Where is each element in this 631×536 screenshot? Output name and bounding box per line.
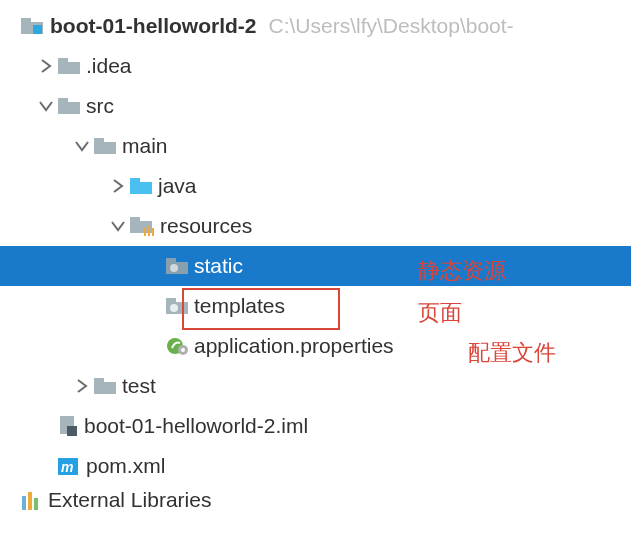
folder-icon bbox=[94, 377, 116, 395]
tree-row-root[interactable]: boot-01-helloworld-2 C:\Users\lfy\Deskto… bbox=[0, 6, 631, 46]
tree-row-static[interactable]: static bbox=[0, 246, 631, 286]
svg-rect-4 bbox=[58, 58, 68, 64]
project-tree[interactable]: boot-01-helloworld-2 C:\Users\lfy\Deskto… bbox=[0, 0, 631, 514]
tree-row-java[interactable]: java bbox=[0, 166, 631, 206]
node-label-resources: resources bbox=[158, 214, 252, 238]
tree-row-resources[interactable]: resources bbox=[0, 206, 631, 246]
chevron-right-icon[interactable] bbox=[72, 379, 92, 393]
tree-row-test[interactable]: test bbox=[0, 366, 631, 406]
chevron-down-icon[interactable] bbox=[108, 220, 128, 232]
folder-icon bbox=[58, 57, 80, 75]
svg-point-24 bbox=[181, 348, 185, 352]
svg-point-21 bbox=[170, 304, 178, 312]
svg-rect-6 bbox=[58, 98, 68, 104]
web-folder-icon bbox=[166, 257, 188, 275]
node-label-extlib: External Libraries bbox=[46, 488, 211, 512]
node-label-java: java bbox=[156, 174, 197, 198]
svg-rect-33 bbox=[34, 498, 38, 510]
tree-row-src[interactable]: src bbox=[0, 86, 631, 126]
libraries-icon bbox=[20, 490, 42, 510]
node-label-idea: .idea bbox=[84, 54, 132, 78]
svg-rect-17 bbox=[166, 258, 176, 264]
svg-rect-2 bbox=[33, 25, 42, 34]
node-label-src: src bbox=[84, 94, 114, 118]
svg-text:m: m bbox=[61, 459, 73, 475]
svg-rect-28 bbox=[67, 426, 77, 436]
maven-file-icon: m bbox=[58, 456, 80, 476]
node-label-main: main bbox=[120, 134, 168, 158]
project-tree-container: boot-01-helloworld-2 C:\Users\lfy\Deskto… bbox=[0, 0, 631, 514]
resources-folder-icon bbox=[130, 216, 154, 236]
tree-row-idea[interactable]: .idea bbox=[0, 46, 631, 86]
node-label-iml: boot-01-helloworld-2.iml bbox=[82, 414, 308, 438]
root-path: C:\Users\lfy\Desktop\boot- bbox=[257, 14, 514, 38]
chevron-right-icon[interactable] bbox=[108, 179, 128, 193]
svg-rect-32 bbox=[28, 492, 32, 510]
svg-rect-26 bbox=[94, 378, 104, 384]
node-label-templates: templates bbox=[192, 294, 285, 318]
folder-icon bbox=[58, 97, 80, 115]
tree-row-extlib[interactable]: External Libraries bbox=[0, 486, 631, 514]
node-label-pom: pom.xml bbox=[84, 454, 165, 478]
tree-row-templates[interactable]: templates bbox=[0, 286, 631, 326]
spring-config-icon bbox=[166, 336, 188, 356]
svg-rect-1 bbox=[21, 18, 31, 24]
svg-rect-20 bbox=[166, 298, 176, 304]
source-folder-icon bbox=[130, 177, 152, 195]
node-label-appprops: application.properties bbox=[192, 334, 394, 358]
tree-row-iml[interactable]: boot-01-helloworld-2.iml bbox=[0, 406, 631, 446]
node-label-static: static bbox=[192, 254, 243, 278]
root-name: boot-01-helloworld-2 bbox=[48, 14, 257, 38]
chevron-down-icon[interactable] bbox=[72, 140, 92, 152]
chevron-down-icon[interactable] bbox=[36, 100, 56, 112]
annotation-static: 静态资源 bbox=[418, 256, 506, 286]
annotation-templates: 页面 bbox=[418, 298, 462, 328]
web-folder-icon bbox=[166, 297, 188, 315]
tree-row-pom[interactable]: m pom.xml bbox=[0, 446, 631, 486]
iml-file-icon bbox=[58, 415, 78, 437]
svg-rect-10 bbox=[130, 178, 140, 184]
svg-rect-8 bbox=[94, 138, 104, 144]
annotation-appprops: 配置文件 bbox=[468, 338, 556, 368]
node-label-test: test bbox=[120, 374, 156, 398]
chevron-right-icon[interactable] bbox=[36, 59, 56, 73]
module-folder-icon bbox=[20, 16, 44, 36]
svg-rect-31 bbox=[22, 496, 26, 510]
svg-point-18 bbox=[170, 264, 178, 272]
tree-row-main[interactable]: main bbox=[0, 126, 631, 166]
svg-rect-12 bbox=[130, 217, 140, 223]
folder-icon bbox=[94, 137, 116, 155]
